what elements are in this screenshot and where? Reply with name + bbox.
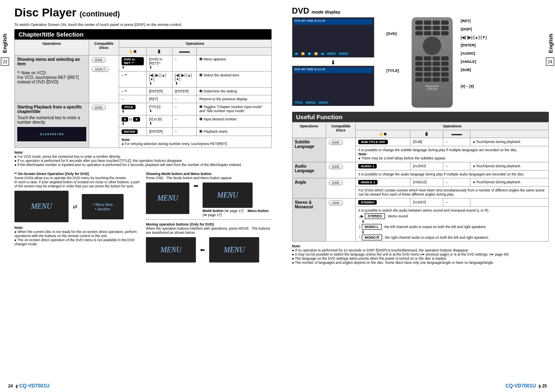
menu-thumb-4: MENU (146, 237, 196, 263)
col2-operations: Operations (292, 122, 326, 138)
lbl-audio: [AUDIO] (461, 50, 487, 58)
arrow-left-icon: ⬅ (200, 247, 205, 253)
row1-touch2: – *² (119, 71, 146, 88)
menu-thumb: MENU (14, 191, 69, 222)
row2-desc2: ❷ Input desired number. (197, 115, 271, 128)
dvd-screen-2: DVD #07 4009 01:21:45 TITLEANGLEAUDIO (292, 66, 374, 106)
row1-desc1: ❶ Menu appears. (197, 55, 271, 71)
row2-desc3: ❸ Playback starts. (197, 128, 271, 136)
lbl-enter: [ENTER] (461, 42, 487, 50)
row1-ret-desc: Returns to the previous display. (197, 95, 271, 103)
menu-thumb-2: MENU (146, 182, 189, 214)
row1-rc2b: [◀] [▶] [▲] [▼]⬇ (172, 71, 197, 88)
screen-btnrow-2: TITLEANGLEAUDIO (294, 101, 329, 104)
section-useful-bar: Useful Function (292, 112, 549, 122)
side-page-left: 23 (1, 58, 9, 66)
row1-discs: DVD VCD *¹ (89, 55, 119, 103)
col-remote-icon: 📱 (146, 48, 172, 55)
row1-label: Showing menu and selecting an item *¹ No… (15, 55, 89, 103)
col-compat: Compatible Discs (89, 40, 119, 55)
audio-label: Audio Language (292, 162, 326, 178)
useful-table: Operations Compatible Discs Operations 👆… (292, 122, 549, 242)
dvd-screen-1: DVD #07 4009 01:21:45 ⏮⏪⏹⏩⏭MENUAUDIO (292, 17, 374, 58)
row2-touch3: ENTER (119, 128, 146, 136)
lang-tab-right: English (547, 29, 554, 58)
screen-btnrow: ⏮⏪⏹⏩⏭MENUAUDIO (294, 52, 350, 56)
row1-desc3: ❸ Determine the setting. (197, 88, 271, 95)
menu-thumb-3: MENU (203, 182, 253, 208)
note-block-2: Note: ● If no operation is performed for… (292, 244, 549, 265)
onscreen-note-hd: Note: (14, 226, 23, 230)
lang-tab-left: English (1, 29, 8, 58)
row2-thumb: 0 1 2 3 4 5 6 7 8 9 (17, 127, 86, 141)
row1-desc2: ❷ Select the desired item. (197, 71, 271, 88)
down-arrow-icon: ⬇ (292, 59, 374, 66)
arrow-right-icon: ➡ (193, 182, 198, 189)
switch-note: To switch Operation Screen ON, touch the… (14, 23, 272, 27)
modebtn-col: Showing Mode button and Menu button Pres… (146, 172, 271, 263)
row2-rc3: [ENTER] (146, 128, 172, 136)
col-operations: Operations (15, 40, 89, 55)
row2-discs: DVD (89, 103, 119, 148)
stereo-label: Stereo & Monaural (292, 198, 326, 242)
row2-touch1: TITLE⬇ (119, 103, 146, 115)
chapter-table: Operations Compatible Discs Operations 👆… (14, 39, 272, 148)
moving-hd: Moving operation buttons (Only for DVD) (146, 222, 214, 226)
lbl-disp: [DISP] (461, 25, 487, 34)
note-block-1: Note: ● For VCD mode, press the numerica… (14, 150, 272, 167)
row1-rc1: [DVD] or [RET]*¹⬇ (146, 55, 172, 71)
col2-compat: Compatible Discs (326, 122, 356, 138)
title-continued: (continued) (80, 10, 120, 18)
onscreen-col: *² On-Screen Direct Operation (Only for … (14, 172, 140, 263)
row2-rc1: [TITLE]⬇ (146, 103, 172, 115)
side-page-right: 24 (546, 58, 554, 66)
arrow-icon: ⇄ (73, 203, 78, 210)
row1-touch3: – *² (119, 88, 146, 95)
lbl-title: [TITLE] (387, 69, 399, 73)
dvd-arrows-labels: [DVD] [TITLE] (387, 17, 399, 73)
lbl-ret: [RET] (461, 17, 487, 25)
row1-rc2a: [◀] [▶] [▲] [▼]⬇ (146, 71, 172, 88)
footer-right: CQ-VD7001U ▮ 25 (505, 383, 547, 389)
dvd-screens: DVD #07 4009 01:21:45 ⏮⏪⏹⏩⏭MENUAUDIO ⬇ D… (292, 17, 374, 108)
row1-touch1: DVD or RET *¹⬇ (119, 55, 146, 71)
row1-ret-rc: [RET] (146, 95, 172, 103)
row2-rc2: [0] to [9]⬇ (146, 115, 172, 128)
lbl-dvd: [DVD] (387, 32, 399, 36)
menu-thumb-small: • Menu Item• Another (82, 194, 124, 219)
col2-ops-group: Operations (356, 122, 549, 130)
row2-desc1: ❶ Toggles "Chapter number input mode" an… (197, 103, 271, 115)
col-panel-icon: ▬▬▬ (172, 48, 197, 55)
menu-button-label: Menu button (248, 209, 269, 213)
page-title: Disc Player (continued) (14, 6, 272, 19)
lbl-nums: [0] – [9] (461, 83, 487, 91)
section-chapter-bar: Chapter/title Selection (14, 29, 272, 39)
row2-retry-note: Note: ● For retrying selection during nu… (119, 136, 271, 148)
row1-rc3a: [ENTER] (146, 88, 172, 95)
row1-rc3b: [ENTER] (172, 88, 197, 95)
mode-button-label: Mode button (203, 209, 223, 213)
remote-control: PanasonicCAR AV (412, 17, 453, 108)
menu-thumb-5: MENU (209, 237, 259, 263)
col-ops-group: Operations (119, 40, 271, 48)
page-right: English 24 DVD mode display DVD #07 4009… (278, 0, 555, 392)
lbl-sub: [SUB] (461, 66, 487, 74)
row2-touch2: 0 to 9⬇ (119, 115, 146, 128)
lbl-angle: [ANGLE] (461, 58, 487, 66)
footer-left: 24 ▮ CQ-VD7001U (8, 383, 50, 389)
row2-label: Starting Playback from a specific chapte… (15, 103, 89, 148)
remote-labels-col: [RET] [DISP] [◀] [▶] [▲] [▼] [ENTER] [AU… (461, 17, 487, 90)
dvd-mode-title: DVD mode display (292, 6, 549, 16)
page-left: English 23 Disc Player (continued) To sw… (0, 0, 278, 392)
onscreen-hd: *² On-Screen Direct Operation (Only for … (14, 172, 89, 176)
title-main: Disc Player (14, 6, 76, 19)
col-touch-icon: 👆🖥 (119, 48, 146, 55)
angle-label: Angle (292, 178, 326, 198)
col-desc (197, 48, 271, 55)
subtitle-label: Subtitle Language (292, 138, 326, 162)
modebtn-hd: Showing Mode button and Menu button (146, 172, 212, 176)
lbl-arrows: [◀] [▶] [▲] [▼] (461, 34, 487, 42)
